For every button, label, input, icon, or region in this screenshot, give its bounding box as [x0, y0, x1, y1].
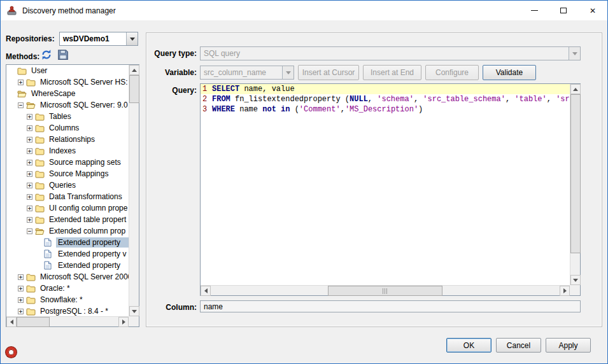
- scrollbar-thumb[interactable]: [328, 286, 442, 296]
- folder-icon: [35, 147, 45, 155]
- folder-icon: [26, 78, 36, 87]
- tree-item[interactable]: +Relationships: [6, 134, 129, 145]
- folder-icon: [35, 136, 45, 144]
- scroll-left-button[interactable]: [201, 286, 211, 296]
- query-type-combo[interactable]: SQL query: [200, 46, 581, 60]
- expand-icon[interactable]: +: [27, 206, 32, 211]
- expand-icon[interactable]: +: [27, 194, 32, 200]
- line-number: 2: [202, 94, 208, 104]
- variable-combo[interactable]: src_column_name: [200, 66, 294, 80]
- maximize-button[interactable]: [549, 1, 578, 20]
- expand-icon[interactable]: +: [18, 297, 24, 303]
- expand-icon[interactable]: +: [27, 171, 32, 177]
- expand-icon[interactable]: +: [27, 183, 32, 188]
- tree-item[interactable]: +Tables: [6, 111, 129, 122]
- minimize-icon: [531, 10, 538, 11]
- tree-item[interactable]: −Microsoft SQL Server: 9.0 -: [6, 99, 129, 111]
- tree-item[interactable]: +PostgreSQL : 8.4 - *: [6, 305, 129, 316]
- tree-item[interactable]: −Extended column prop: [6, 225, 129, 237]
- expand-icon[interactable]: +: [18, 80, 24, 85]
- scroll-right-button[interactable]: [118, 317, 129, 327]
- tree-item[interactable]: User: [6, 65, 129, 76]
- scroll-left-button[interactable]: [6, 317, 17, 327]
- expand-icon[interactable]: +: [27, 148, 32, 154]
- expand-icon[interactable]: +: [27, 137, 32, 143]
- expand-icon[interactable]: +: [27, 217, 32, 223]
- chevron-down-icon[interactable]: [126, 32, 138, 45]
- folder-icon: [26, 307, 36, 316]
- repositories-combo[interactable]: wsDVDemo1: [59, 32, 138, 46]
- insert-at-cursor-button[interactable]: Insert at Cursor: [298, 65, 359, 80]
- expand-icon[interactable]: +: [27, 114, 32, 120]
- expand-icon[interactable]: +: [18, 309, 24, 314]
- tree-item[interactable]: WhereScape: [6, 88, 129, 99]
- tree-item[interactable]: +Snowflake: *: [6, 294, 129, 305]
- ok-button[interactable]: OK: [446, 338, 491, 353]
- scrollbar-thumb[interactable]: [17, 317, 50, 327]
- column-field[interactable]: name: [200, 300, 581, 312]
- tree-horizontal-scrollbar[interactable]: [6, 316, 129, 326]
- tree-item[interactable]: +Source Mappings: [6, 168, 129, 179]
- query-editor[interactable]: 1SELECT name, value2FROM fn_listextended…: [200, 83, 581, 296]
- tree-item[interactable]: Extended property v: [6, 248, 129, 260]
- tree-item-label: Columns: [47, 123, 81, 133]
- expander-spacer: [36, 251, 41, 257]
- tree-item[interactable]: Extended property: [6, 237, 129, 248]
- collapse-icon[interactable]: −: [27, 228, 32, 234]
- editor-horizontal-scrollbar[interactable]: [201, 285, 570, 295]
- document-icon: [44, 249, 54, 258]
- tree-item[interactable]: +Queries: [6, 179, 129, 191]
- help-icon[interactable]: [6, 347, 17, 358]
- tree-item[interactable]: +Source mapping sets: [6, 157, 129, 168]
- collapse-icon[interactable]: −: [18, 102, 24, 108]
- scroll-up-button[interactable]: [129, 65, 139, 75]
- tree-item-label: Source Mappings: [47, 169, 110, 179]
- folder-icon: [35, 170, 45, 178]
- insert-at-end-button[interactable]: Insert at End: [363, 65, 421, 80]
- editor-vertical-scrollbar[interactable]: [570, 84, 580, 285]
- folder-icon: [17, 67, 27, 75]
- tree-item[interactable]: Extended property: [6, 260, 129, 271]
- tree-item[interactable]: +UI config column prope: [6, 202, 129, 214]
- minimize-button[interactable]: [520, 1, 549, 20]
- save-methods-icon[interactable]: [57, 48, 69, 61]
- close-button[interactable]: ✕: [578, 1, 607, 20]
- code-token: 'Comment': [299, 105, 341, 114]
- tree-item-label: Data Transformations: [47, 192, 124, 202]
- tree-item[interactable]: +Columns: [6, 122, 129, 134]
- chevron-down-icon[interactable]: [282, 66, 293, 79]
- expand-icon[interactable]: +: [18, 274, 24, 280]
- tree-vertical-scrollbar[interactable]: [129, 65, 139, 316]
- scroll-down-button[interactable]: [129, 306, 139, 316]
- expand-icon[interactable]: +: [27, 160, 32, 165]
- tree-item-label: PostgreSQL : 8.4 - *: [38, 306, 110, 316]
- tree-item[interactable]: +Indexes: [6, 145, 129, 157]
- code-token: ,: [505, 95, 514, 104]
- scroll-up-button[interactable]: [570, 84, 581, 94]
- scrollbar-thumb[interactable]: [570, 94, 581, 253]
- folder-open-icon: [17, 90, 27, 98]
- configure-button[interactable]: Configure: [425, 65, 479, 80]
- tree-item[interactable]: +Oracle: *: [6, 283, 129, 294]
- folder-icon: [26, 296, 36, 304]
- tree-indent: [6, 231, 25, 232]
- expander-spacer: [9, 91, 15, 97]
- tree-item[interactable]: +Data Transformations: [6, 191, 129, 202]
- expand-icon[interactable]: +: [18, 286, 24, 291]
- scroll-right-button[interactable]: [560, 286, 570, 296]
- validate-button[interactable]: Validate: [483, 65, 536, 80]
- tree-indent: [6, 277, 17, 277]
- scrollbar-thumb[interactable]: [129, 75, 139, 103]
- scroll-down-button[interactable]: [570, 275, 581, 285]
- chevron-down-icon[interactable]: [569, 47, 580, 60]
- tree-item[interactable]: +Microsoft SQL Server 2000: [6, 271, 129, 283]
- code-token: (: [290, 105, 299, 114]
- refresh-methods-icon[interactable]: [40, 48, 53, 61]
- apply-button[interactable]: Apply: [546, 338, 591, 353]
- expand-icon[interactable]: +: [27, 125, 32, 131]
- tree-indent: [6, 288, 17, 289]
- cancel-button[interactable]: Cancel: [496, 338, 541, 353]
- tree-item[interactable]: +Microsoft SQL Server HS: S: [6, 76, 129, 88]
- tree-item[interactable]: +Extended table propert: [6, 214, 129, 225]
- tree-item-label: Snowflake: *: [38, 295, 85, 305]
